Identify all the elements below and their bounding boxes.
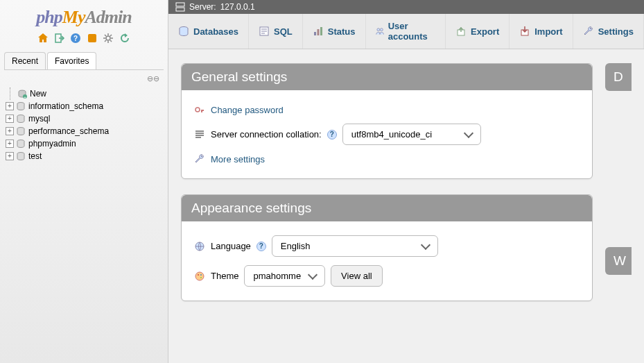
help-icon[interactable]: ? <box>256 242 266 251</box>
status-icon <box>313 26 324 37</box>
tree-db-test[interactable]: +test <box>6 150 162 162</box>
svg-point-29 <box>200 277 202 278</box>
expand-icon[interactable]: + <box>6 102 14 110</box>
users-icon <box>376 26 384 37</box>
collation-select[interactable]: utf8mb4_unicode_ci <box>342 124 481 145</box>
svg-rect-14 <box>176 8 184 11</box>
sidebar: phpMyAdmin ? Recent Favorites ⊖⊖ + New +… <box>0 0 168 363</box>
export-icon <box>455 26 467 37</box>
expand-icon[interactable]: + <box>6 115 14 123</box>
help-icon[interactable]: ? <box>327 130 337 140</box>
database-icon <box>16 151 26 161</box>
svg-rect-19 <box>320 27 322 35</box>
logo[interactable]: phpMyAdmin <box>0 3 168 29</box>
tree-db-label: mysql <box>28 114 50 124</box>
tree-db-label: performance_schema <box>28 126 109 136</box>
tree-db-label: test <box>28 151 42 161</box>
svg-point-27 <box>198 274 199 276</box>
svg-rect-13 <box>176 3 184 6</box>
docs-icon[interactable]: ? <box>70 33 81 44</box>
wrench-icon <box>583 26 594 37</box>
nav-settings[interactable]: Settings <box>573 14 644 49</box>
tree-db-mysql[interactable]: +mysql <box>6 112 162 125</box>
nav-export[interactable]: Export <box>446 14 510 49</box>
svg-text:+: + <box>24 94 26 99</box>
svg-text:?: ? <box>73 35 78 42</box>
svg-rect-17 <box>314 32 316 35</box>
tab-favorites[interactable]: Favorites <box>47 52 96 69</box>
breadcrumb: Server: 127.0.0.1 <box>168 0 644 14</box>
expand-icon[interactable]: + <box>6 127 14 135</box>
breadcrumb-server-label: Server: <box>189 2 216 12</box>
svg-point-24 <box>195 108 200 112</box>
nav-status[interactable]: Status <box>303 14 366 49</box>
nav-sql[interactable]: SQL <box>249 14 303 49</box>
sql-icon[interactable] <box>87 33 98 44</box>
sidebar-tabs: Recent Favorites <box>4 52 164 70</box>
sidebar-toolbar: ? <box>0 29 168 47</box>
theme-icon <box>194 271 205 282</box>
language-label: Language <box>211 241 251 251</box>
import-icon <box>519 26 530 37</box>
collapse-icon[interactable]: ⊖⊖ <box>0 70 168 85</box>
logout-icon[interactable] <box>54 33 65 44</box>
tree-db-label: phpmyadmin <box>28 139 76 149</box>
svg-point-21 <box>380 28 383 31</box>
nav-user-accounts[interactable]: User accounts <box>366 14 446 49</box>
tree-db-performance_schema[interactable]: +performance_schema <box>6 125 162 137</box>
svg-point-20 <box>376 28 379 31</box>
theme-label: Theme <box>211 271 238 281</box>
svg-point-26 <box>195 272 204 280</box>
tree-db-information_schema[interactable]: +information_schema <box>6 100 162 112</box>
language-icon <box>194 241 205 252</box>
svg-rect-18 <box>317 29 319 35</box>
breadcrumb-server-value: 127.0.0.1 <box>220 2 255 12</box>
general-settings-title: General settings <box>182 64 592 90</box>
general-settings-panel: General settings Change password Server … <box>181 63 593 179</box>
top-nav: Databases SQL Status User accounts Expor… <box>168 14 644 49</box>
change-password-link[interactable]: Change password <box>211 105 284 115</box>
side-panel-w[interactable]: W <box>605 247 632 275</box>
nav-databases[interactable]: Databases <box>168 14 249 49</box>
appearance-settings-title: Appearance settings <box>182 195 592 221</box>
tree-new-label: New <box>30 89 46 99</box>
gear-icon[interactable] <box>103 33 114 44</box>
expand-icon[interactable]: + <box>6 152 14 160</box>
svg-rect-3 <box>88 34 96 42</box>
language-select[interactable]: English <box>272 235 438 257</box>
nav-import[interactable]: Import <box>510 14 573 49</box>
view-all-button[interactable]: View all <box>331 265 383 287</box>
tree-db-phpmyadmin[interactable]: +phpmyadmin <box>6 137 162 150</box>
reload-icon[interactable] <box>119 33 130 44</box>
more-settings-link[interactable]: More settings <box>211 154 265 164</box>
wrench-icon <box>194 153 205 164</box>
database-icon <box>16 126 26 136</box>
side-panel-d[interactable]: D <box>605 63 632 91</box>
theme-select[interactable]: pmahomme <box>244 265 325 287</box>
tab-recent[interactable]: Recent <box>4 52 46 69</box>
collation-label: Server connection collation: <box>211 129 322 140</box>
database-icon <box>16 139 26 149</box>
database-tree: + New +information_schema+mysql+performa… <box>0 85 168 165</box>
database-icon <box>16 114 26 124</box>
svg-point-4 <box>106 36 110 40</box>
sql-icon <box>259 26 270 37</box>
databases-icon <box>178 26 189 37</box>
appearance-settings-panel: Appearance settings Language ? English T… <box>181 194 593 301</box>
server-icon <box>175 2 185 12</box>
home-icon[interactable] <box>37 33 49 44</box>
svg-point-28 <box>200 274 202 276</box>
new-db-icon: + <box>17 89 27 99</box>
main-area: Server: 127.0.0.1 Databases SQL Status U… <box>168 0 644 363</box>
collation-icon <box>194 129 205 140</box>
tree-db-label: information_schema <box>28 101 103 111</box>
password-icon <box>194 104 205 115</box>
expand-icon[interactable]: + <box>6 140 14 148</box>
database-icon <box>16 101 26 111</box>
tree-new[interactable]: + New <box>17 87 162 100</box>
